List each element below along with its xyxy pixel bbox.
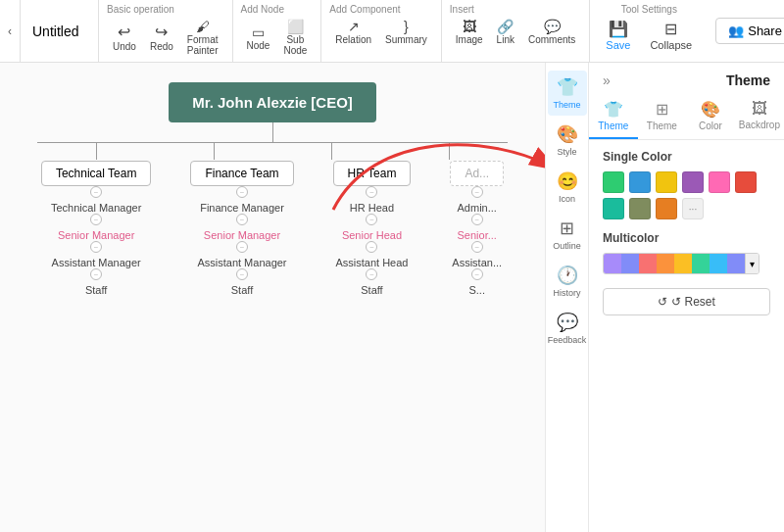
technical-team-node[interactable]: Technical Team <box>41 161 152 186</box>
hr-staff-label: Staff <box>361 284 382 296</box>
tab-theme-grid-icon: ⊞ <box>656 100 668 119</box>
finance-team-node[interactable]: Finance Team <box>190 161 293 186</box>
branch-connector-technical <box>96 142 97 160</box>
mc-swatch-8 <box>727 254 745 273</box>
tc-expand-3[interactable]: − <box>90 241 102 253</box>
reset-button[interactable]: ↺ ↺ Reset <box>603 288 770 315</box>
tab-theme-icon-icon: 👕 <box>604 100 623 119</box>
branch-connector-hr <box>331 142 332 160</box>
outline-icon: ⊞ <box>560 218 574 239</box>
image-button[interactable]: 🖼Image <box>450 17 489 48</box>
color-red[interactable] <box>735 171 757 193</box>
add-node-label: Add Node <box>241 4 314 15</box>
single-color-title: Single Color <box>603 150 770 164</box>
mc-swatch-2 <box>621 254 639 273</box>
add-expand-1[interactable]: − <box>471 186 483 198</box>
color-orange[interactable] <box>656 198 677 219</box>
finance-staff-label: Staff <box>231 284 253 296</box>
link-button[interactable]: 🔗Link <box>491 17 520 48</box>
format-painter-button[interactable]: 🖌Format Painter <box>181 17 224 59</box>
fc-expand-2[interactable]: − <box>236 214 248 225</box>
finance-assistant-label: Assistant Manager <box>197 257 286 268</box>
theme-panel: » Theme 👕 Theme ⊞ Theme 🎨 Color 🖼 Backdr… <box>588 63 784 532</box>
sub-node-button[interactable]: ⬜Sub Node <box>277 17 313 59</box>
redo-button[interactable]: ↪Redo <box>144 22 179 55</box>
add-staff-label: S... <box>468 284 485 296</box>
fc-expand-1[interactable]: − <box>236 186 248 198</box>
color-teal[interactable] <box>603 198 624 219</box>
canvas[interactable]: Mr. John Alexzie [CEO] Technical Team − <box>0 63 545 532</box>
comments-button[interactable]: 💬Comments <box>522 17 581 48</box>
color-yellow[interactable] <box>656 171 677 193</box>
technical-senior-label: Senior Manager <box>58 229 134 241</box>
color-olive[interactable] <box>629 198 651 219</box>
tc-expand-2[interactable]: − <box>90 214 102 225</box>
toolbar-right: 👥 Share 📤 Export <box>708 0 784 62</box>
tc-expand-4[interactable]: − <box>90 268 102 280</box>
mc-swatch-3 <box>639 254 657 273</box>
theme-icon: 👕 <box>557 76 578 98</box>
hr-expand-2[interactable]: − <box>366 214 377 225</box>
add-expand-2[interactable]: − <box>471 214 483 225</box>
color-green[interactable] <box>603 171 624 193</box>
multicolor-dropdown[interactable]: ▾ <box>745 254 759 273</box>
add-expand-3[interactable]: − <box>471 241 483 253</box>
color-pink[interactable] <box>709 171 730 193</box>
toolbar: ‹ Untitled Basic operation ↩Undo ↪Redo 🖌… <box>0 0 784 63</box>
add-senior-label: Senior... <box>458 229 497 241</box>
add-node[interactable]: Ad... <box>450 161 504 186</box>
mc-swatch-1 <box>604 254 621 273</box>
mc-swatch-7 <box>710 254 727 273</box>
branch-connector-add <box>449 142 450 160</box>
relation-button[interactable]: ↗Relation <box>329 17 377 48</box>
undo-button[interactable]: ↩Undo <box>107 22 142 55</box>
single-color-grid: ··· <box>603 171 770 219</box>
tab-backdrop-icon: 🖼 <box>752 100 767 118</box>
hr-senior-label: Senior Head <box>342 229 402 241</box>
side-outline-button[interactable]: ⊞ Outline <box>548 212 587 257</box>
save-button[interactable]: 💾 Save <box>598 17 638 54</box>
tab-theme[interactable]: ⊞ Theme <box>638 94 687 139</box>
tab-color[interactable]: 🎨 Color <box>686 94 735 139</box>
collapse-button[interactable]: ⊟ Collapse <box>642 17 700 54</box>
hr-expand-3[interactable]: − <box>366 241 377 253</box>
org-root-node[interactable]: Mr. John Alexzie [CEO] <box>169 82 376 122</box>
multicolor-strip[interactable]: ▾ <box>603 253 760 274</box>
side-history-button[interactable]: 🕐 History <box>548 259 587 304</box>
side-style-button[interactable]: 🎨 Style <box>548 118 587 163</box>
hr-expand-4[interactable]: − <box>366 268 377 280</box>
add-component-label: Add Component <box>329 4 433 15</box>
back-button[interactable]: ‹ <box>0 0 21 62</box>
tab-backdrop[interactable]: 🖼 Backdrop <box>735 94 784 139</box>
add-component-section: Add Component ↗Relation }Summary <box>321 0 442 62</box>
branch-connector-finance <box>214 142 215 160</box>
fc-expand-4[interactable]: − <box>236 268 248 280</box>
technical-manager-label: Technical Manager <box>51 202 141 214</box>
mc-swatch-4 <box>657 254 674 273</box>
insert-section: Insert 🖼Image 🔗Link 💬Comments <box>442 0 591 62</box>
tc-expand-1[interactable]: − <box>90 186 102 198</box>
horizontal-connector <box>37 142 508 143</box>
finance-manager-label: Finance Manager <box>200 202 284 214</box>
panel-collapse-button[interactable]: » <box>603 73 611 88</box>
side-icon-button[interactable]: 😊 Icon <box>548 165 587 210</box>
side-feedback-button[interactable]: 💬 Feedback <box>548 306 587 351</box>
fc-expand-3[interactable]: − <box>236 241 248 253</box>
color-purple[interactable] <box>682 171 704 193</box>
summary-button[interactable]: }Summary <box>379 17 433 48</box>
color-more[interactable]: ··· <box>682 198 704 219</box>
share-button[interactable]: 👥 Share <box>715 18 784 44</box>
color-blue[interactable] <box>629 171 651 193</box>
node-button[interactable]: ▭Node <box>241 23 276 54</box>
org-branch-finance: Finance Team − Finance Manager − Senior … <box>190 161 293 296</box>
hr-expand-1[interactable]: − <box>366 186 377 198</box>
side-theme-button[interactable]: 👕 Theme <box>548 71 587 116</box>
mc-swatch-6 <box>692 254 710 273</box>
tab-theme-icon[interactable]: 👕 Theme <box>589 94 638 139</box>
panel-body: Single Color ··· Multicolor <box>589 140 784 325</box>
hr-team-node[interactable]: HR Team <box>333 161 412 186</box>
panel-header: » Theme <box>589 63 784 94</box>
panel-tabs: 👕 Theme ⊞ Theme 🎨 Color 🖼 Backdrop <box>589 94 784 140</box>
add-expand-4[interactable]: − <box>471 268 483 280</box>
main-area: Mr. John Alexzie [CEO] Technical Team − <box>0 63 784 532</box>
